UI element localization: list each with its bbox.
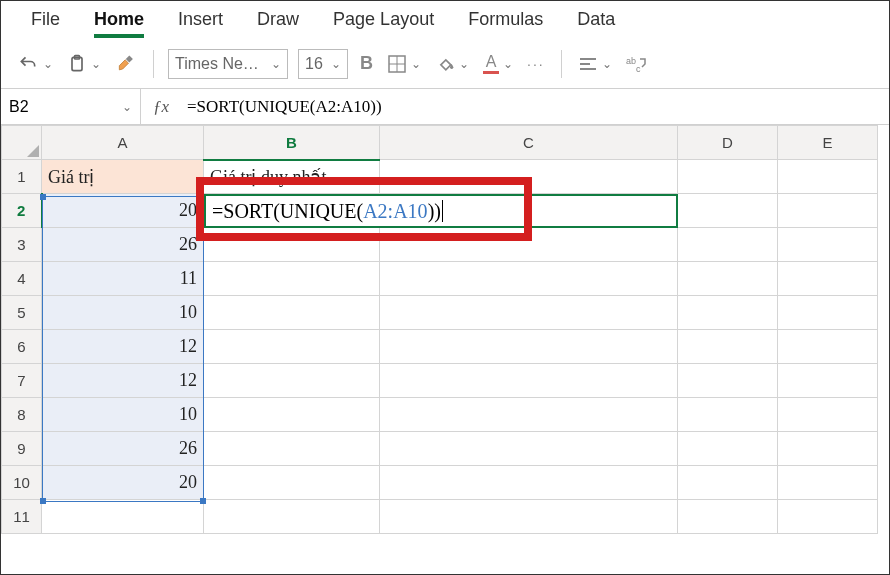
cell-E4[interactable]	[778, 262, 878, 296]
row-header-10[interactable]: 10	[2, 466, 42, 500]
clipboard-button[interactable]: ⌄	[65, 51, 103, 77]
cell-E2[interactable]	[778, 194, 878, 228]
cell-A6[interactable]: 12	[42, 330, 204, 364]
col-header-A[interactable]: A	[42, 126, 204, 160]
cell-E1[interactable]	[778, 160, 878, 194]
row-header-3[interactable]: 3	[2, 228, 42, 262]
tab-insert[interactable]: Insert	[178, 9, 223, 34]
cell-E7[interactable]	[778, 364, 878, 398]
row-header-1[interactable]: 1	[2, 160, 42, 194]
row-header-6[interactable]: 6	[2, 330, 42, 364]
cell-B7[interactable]	[204, 364, 380, 398]
cell-A3[interactable]: 26	[42, 228, 204, 262]
cell-B10[interactable]	[204, 466, 380, 500]
cell-A9[interactable]: 26	[42, 432, 204, 466]
cell-D6[interactable]	[678, 330, 778, 364]
font-color-button[interactable]: A ⌄	[481, 51, 515, 76]
cell-B11[interactable]	[204, 500, 380, 534]
font-size-select[interactable]: 16 ⌄	[298, 49, 348, 79]
fx-icon[interactable]: ƒx	[141, 97, 181, 117]
cell-E5[interactable]	[778, 296, 878, 330]
cell-editor[interactable]: =SORT(UNIQUE(A2:A10))	[204, 194, 678, 228]
format-painter-button[interactable]	[113, 52, 139, 76]
cell-A1[interactable]: Giá trị	[42, 160, 204, 194]
cell-A10[interactable]: 20	[42, 466, 204, 500]
cell-C10[interactable]	[380, 466, 678, 500]
cell-A2[interactable]: 20	[42, 194, 204, 228]
cell-C4[interactable]	[380, 262, 678, 296]
name-box[interactable]: B2 ⌄	[1, 89, 141, 124]
col-header-D[interactable]: D	[678, 126, 778, 160]
row-header-2[interactable]: 2	[2, 194, 42, 228]
cell-D4[interactable]	[678, 262, 778, 296]
tab-formulas[interactable]: Formulas	[468, 9, 543, 34]
cell-A5[interactable]: 10	[42, 296, 204, 330]
cell-D10[interactable]	[678, 466, 778, 500]
row-header-7[interactable]: 7	[2, 364, 42, 398]
borders-button[interactable]: ⌄	[385, 52, 423, 76]
cell-D7[interactable]	[678, 364, 778, 398]
cell-E9[interactable]	[778, 432, 878, 466]
cell-C6[interactable]	[380, 330, 678, 364]
cell-C1[interactable]	[380, 160, 678, 194]
cell-B9[interactable]	[204, 432, 380, 466]
spreadsheet-grid[interactable]: A B C D E 1 Giá trị Giá trị duy nhất 2 2…	[1, 125, 889, 534]
cell-E3[interactable]	[778, 228, 878, 262]
cell-D1[interactable]	[678, 160, 778, 194]
cell-A8[interactable]: 10	[42, 398, 204, 432]
cell-A7[interactable]: 12	[42, 364, 204, 398]
cell-B4[interactable]	[204, 262, 380, 296]
row-header-11[interactable]: 11	[2, 500, 42, 534]
cell-D11[interactable]	[678, 500, 778, 534]
cell-C11[interactable]	[380, 500, 678, 534]
cell-D8[interactable]	[678, 398, 778, 432]
col-header-B[interactable]: B	[204, 126, 380, 160]
tab-file[interactable]: File	[31, 9, 60, 34]
cell-C3[interactable]	[380, 228, 678, 262]
cell-B1[interactable]: Giá trị duy nhất	[204, 160, 380, 194]
undo-button[interactable]: ⌄	[15, 52, 55, 76]
formula-bar[interactable]: =SORT(UNIQUE(A2:A10))	[181, 97, 889, 117]
cell-editor-text-ref: A2:A10	[363, 200, 427, 222]
tab-draw[interactable]: Draw	[257, 9, 299, 34]
cell-D9[interactable]	[678, 432, 778, 466]
cell-editor-text-suffix: ))	[428, 200, 441, 222]
row-header-9[interactable]: 9	[2, 432, 42, 466]
cell-D2[interactable]	[678, 194, 778, 228]
row-header-4[interactable]: 4	[2, 262, 42, 296]
font-name-select[interactable]: Times Ne… ⌄	[168, 49, 288, 79]
tab-home[interactable]: Home	[94, 9, 144, 38]
select-all-corner[interactable]	[2, 126, 42, 160]
row-header-5[interactable]: 5	[2, 296, 42, 330]
cell-D3[interactable]	[678, 228, 778, 262]
cell-C7[interactable]	[380, 364, 678, 398]
bold-button[interactable]: B	[358, 51, 375, 76]
cell-C5[interactable]	[380, 296, 678, 330]
svg-text:ab: ab	[626, 56, 636, 66]
align-button[interactable]: ⌄	[576, 54, 614, 74]
cell-A4[interactable]: 11	[42, 262, 204, 296]
cell-C9[interactable]	[380, 432, 678, 466]
cell-E8[interactable]	[778, 398, 878, 432]
cell-B5[interactable]	[204, 296, 380, 330]
tab-data[interactable]: Data	[577, 9, 615, 34]
col-header-E[interactable]: E	[778, 126, 878, 160]
wrap-text-button[interactable]: abc	[624, 53, 650, 75]
cell-B3[interactable]	[204, 228, 380, 262]
chevron-down-icon: ⌄	[91, 57, 101, 71]
cell-C8[interactable]	[380, 398, 678, 432]
fill-color-button[interactable]: ⌄	[433, 52, 471, 76]
chevron-down-icon: ⌄	[43, 57, 53, 71]
col-header-C[interactable]: C	[380, 126, 678, 160]
cell-B6[interactable]	[204, 330, 380, 364]
chevron-down-icon: ⌄	[271, 57, 281, 71]
cell-A11[interactable]	[42, 500, 204, 534]
row-header-8[interactable]: 8	[2, 398, 42, 432]
cell-E6[interactable]	[778, 330, 878, 364]
cell-D5[interactable]	[678, 296, 778, 330]
tab-page-layout[interactable]: Page Layout	[333, 9, 434, 34]
cell-B8[interactable]	[204, 398, 380, 432]
cell-E10[interactable]	[778, 466, 878, 500]
more-font-button[interactable]: ···	[525, 54, 547, 74]
cell-E11[interactable]	[778, 500, 878, 534]
